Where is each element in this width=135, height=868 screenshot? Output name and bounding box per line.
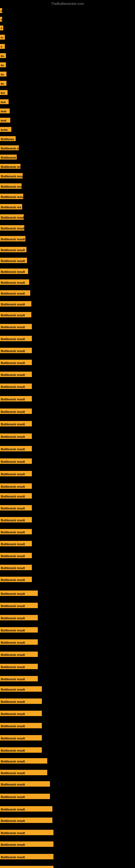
bar-item: Bottleneck result bbox=[0, 372, 32, 378]
bar-item: Bottl bbox=[0, 108, 10, 115]
bar-label: Bottleneck result bbox=[0, 770, 47, 775]
bar-label: Bottleneck result bbox=[0, 446, 32, 452]
bar-item: Bottleneck result bbox=[0, 686, 42, 693]
bar-label: Bottleneck result bbox=[0, 517, 32, 522]
site-title: TheBottlenecker.com bbox=[51, 2, 84, 6]
bar-item: Bo bbox=[0, 35, 5, 41]
bar-label: Bottleneck result bbox=[0, 484, 32, 489]
bar-item: Bottleneck result bbox=[0, 806, 52, 813]
bar-item: Bottleneck result bbox=[0, 458, 32, 465]
bar-label: Bottleneck result bbox=[0, 723, 42, 728]
bar-label: Bottleneck result bbox=[0, 735, 42, 741]
bar-label: Bottleneck result bbox=[0, 639, 38, 645]
bar-label: Bottleneck resu bbox=[0, 164, 20, 169]
bar-item: Bottleneck result bbox=[0, 236, 26, 243]
bar-item: Bottleneck result bbox=[0, 446, 32, 453]
bar-item: Bottleneck result bbox=[0, 676, 38, 682]
bar-label: B bbox=[0, 8, 2, 13]
bar-label: Bottleneck result bbox=[0, 471, 32, 476]
bar-item: Bottleneck result bbox=[0, 553, 32, 559]
bar-label: Bottleneck result bbox=[0, 225, 24, 230]
bar-item: Bottleneck result bbox=[0, 577, 32, 583]
bar-item: Bot bbox=[0, 90, 8, 96]
bar-label: Bottleneck result bbox=[0, 290, 30, 296]
bar-item: Bottleneck result bbox=[0, 493, 32, 500]
bar-item: Bottleneck r bbox=[0, 155, 17, 161]
bar-item: Bottleneck result bbox=[0, 517, 32, 524]
bar-item: B bbox=[0, 44, 5, 50]
bar-label: Bottleneck result bbox=[0, 758, 47, 764]
bar-label: Bottl bbox=[0, 108, 10, 113]
bar-item: Bottleneck result bbox=[0, 841, 53, 848]
bar-item: Bottleneck result bbox=[0, 781, 50, 788]
bar-label: Bottleneck result bbox=[0, 781, 50, 786]
bar-item: Bottleneck result bbox=[0, 723, 42, 730]
bar-label: Bottleneck result bbox=[0, 372, 32, 377]
bar-label: Bot bbox=[0, 90, 8, 95]
bar-item: Bottleneck result bbox=[0, 301, 31, 308]
bar-item: Bottleneck result bbox=[0, 854, 53, 860]
bar-item: Bottleneck result bbox=[0, 817, 52, 824]
bar-item: Bo bbox=[0, 72, 6, 78]
bar-label: B bbox=[0, 17, 2, 22]
bar-item: Bo bbox=[0, 62, 6, 68]
bar-item: Bottleneck result bbox=[0, 247, 27, 253]
bar-label: B bbox=[0, 26, 3, 30]
bar-item: Bottleneck result bbox=[0, 258, 27, 264]
bar-item: Bottleneck result bbox=[0, 484, 32, 490]
bar-label: Bottleneck result bbox=[0, 421, 32, 426]
bar-item: Bottleneck res bbox=[0, 204, 22, 211]
bar-label: Bo bbox=[0, 35, 5, 40]
bar-item: Bo bbox=[0, 81, 6, 87]
bar-item: Bott bbox=[0, 99, 9, 105]
bar-item: Bottleneck result bbox=[0, 348, 32, 354]
bar-item: Bottleneck result bbox=[0, 711, 42, 717]
bar-item: Bottleneck result bbox=[0, 735, 42, 742]
bar-label: Bottleneck result bbox=[0, 794, 50, 799]
bar-item: Bottleneck result bbox=[0, 214, 24, 221]
bar-label: Bo bbox=[0, 53, 6, 58]
bar-item: Bottleneck result bbox=[0, 421, 32, 428]
bar-item: Bottleneck result bbox=[0, 794, 50, 800]
bar-label: Bottleneck result bbox=[0, 408, 32, 414]
bar-item: Bottleneck result bbox=[0, 269, 28, 275]
bar-label: Bottleneck result bbox=[0, 541, 32, 546]
bar-item: Bottleneck result bbox=[0, 770, 47, 776]
bar-label: Bottleneck result bbox=[0, 301, 31, 307]
bar-label: Bottleneck result bbox=[0, 258, 27, 263]
bar-label: Bottleneck result bbox=[0, 553, 32, 558]
bar-label: Bottleneck result bbox=[0, 711, 42, 716]
bar-label: Bottleneck result bbox=[0, 396, 32, 401]
bar-item: Bottle bbox=[0, 127, 11, 133]
bar-label: Bottleneck result bbox=[0, 806, 52, 812]
bar-label: Bottleneck r bbox=[0, 155, 17, 159]
bar-item: Bottleneck res bbox=[0, 145, 19, 151]
bar-label: B bbox=[0, 44, 5, 49]
bar-item: Bottleneck result bbox=[0, 471, 32, 477]
bar-label: Bottleneck result bbox=[0, 194, 23, 199]
bar-item: Bottleneck result bbox=[0, 312, 31, 318]
bar-label: Bottleneck result bbox=[0, 360, 32, 365]
bar-item: Bottleneck result bbox=[0, 590, 38, 597]
bar-label: Bottleneck result bbox=[0, 699, 42, 704]
bar-label: Bottleneck result bbox=[0, 529, 32, 534]
bar-label: Bottleneck result bbox=[0, 627, 38, 632]
bar-item: Bottleneck result bbox=[0, 360, 32, 366]
bar-item: Bottleneck result bbox=[0, 408, 32, 415]
bar-item: Bottleneck result bbox=[0, 541, 32, 547]
bar-item: Bottleneck result bbox=[0, 505, 32, 512]
bar-item: Bottleneck result bbox=[0, 664, 38, 670]
bar-label: Bottleneck result bbox=[0, 830, 53, 835]
bar-item: Bottleneck result bbox=[0, 866, 53, 868]
bar-item: Bottleneck result bbox=[0, 639, 38, 646]
bar-label: Bottleneck result bbox=[0, 854, 53, 859]
bar-label: Bottleneck result bbox=[0, 173, 23, 179]
bar-label: Bo bbox=[0, 81, 6, 86]
bar-label: Bottleneck result bbox=[0, 590, 38, 596]
bar-label: Bott bbox=[0, 99, 9, 104]
bar-item: Bottleneck result bbox=[0, 699, 42, 705]
bar-item: Bottl bbox=[0, 118, 10, 124]
bar-label: Bottleneck result bbox=[0, 577, 32, 582]
bar-label: Bottleneck resu bbox=[0, 183, 21, 189]
bar-item: Bottleneck result bbox=[0, 396, 32, 403]
